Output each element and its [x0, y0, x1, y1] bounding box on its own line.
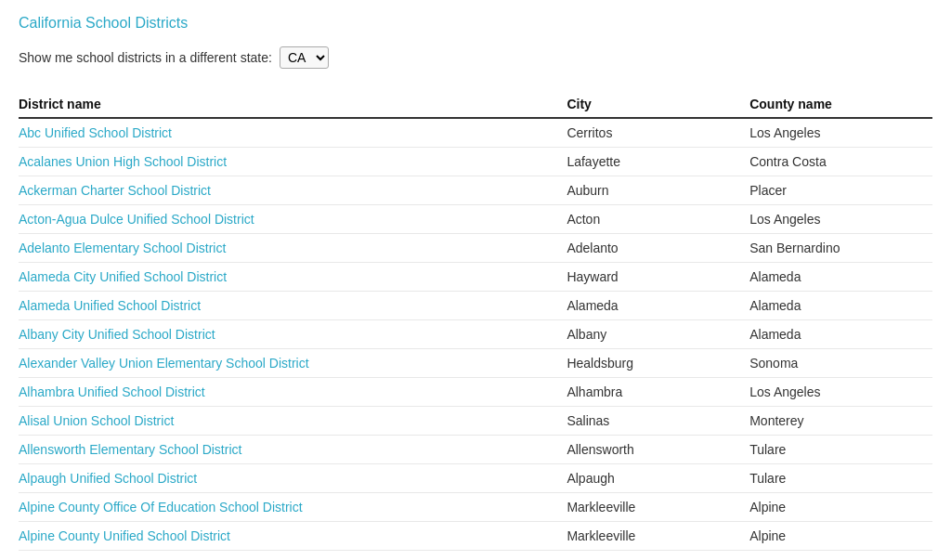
district-name-cell: Albany City Unified School District — [19, 320, 567, 349]
state-selector-label: Show me school districts in a different … — [19, 50, 272, 65]
district-name-cell: Alpaugh Unified School District — [19, 464, 567, 493]
city-cell: Acton — [567, 205, 749, 234]
city-cell: Adelanto — [567, 234, 749, 263]
district-link[interactable]: Alhambra Unified School District — [19, 384, 205, 399]
table-header-row: District name City County name — [19, 91, 932, 118]
districts-table: District name City County name Abc Unifi… — [19, 91, 932, 551]
county-cell: Placer — [749, 176, 932, 205]
district-link[interactable]: Alisal Union School District — [19, 413, 174, 428]
county-cell: Monterey — [749, 407, 932, 436]
district-name-cell: Adelanto Elementary School District — [19, 234, 567, 263]
county-cell: Alameda — [749, 320, 932, 349]
city-cell: Hayward — [567, 263, 749, 292]
city-cell: Alhambra — [567, 378, 749, 407]
county-cell: Los Angeles — [749, 205, 932, 234]
county-cell: San Bernardino — [749, 234, 932, 263]
table-row: Abc Unified School DistrictCerritosLos A… — [19, 118, 932, 148]
district-link[interactable]: Alpine County Office Of Education School… — [19, 500, 303, 514]
table-row: Alameda City Unified School DistrictHayw… — [19, 263, 932, 292]
district-name-cell: Alisal Union School District — [19, 407, 567, 436]
table-row: Acton-Agua Dulce Unified School District… — [19, 205, 932, 234]
district-link[interactable]: Alpine County Unified School District — [19, 528, 230, 543]
city-cell: Auburn — [567, 176, 749, 205]
table-row: Allensworth Elementary School DistrictAl… — [19, 436, 932, 464]
district-name-cell: Ackerman Charter School District — [19, 176, 567, 205]
county-cell: Tulare — [749, 464, 932, 493]
table-row: Adelanto Elementary School DistrictAdela… — [19, 234, 932, 263]
col-header-city: City — [567, 91, 749, 118]
table-row: Acalanes Union High School DistrictLafay… — [19, 148, 932, 176]
state-select[interactable]: ALAKAZARCACOCTDEFLGAHIIDILINIAKSKYLAMEMD… — [280, 46, 329, 69]
table-row: Alexander Valley Union Elementary School… — [19, 349, 932, 378]
page-title[interactable]: California School Districts — [19, 15, 932, 32]
table-row: Albany City Unified School DistrictAlban… — [19, 320, 932, 349]
district-name-cell: Abc Unified School District — [19, 118, 567, 148]
district-name-cell: Alameda Unified School District — [19, 292, 567, 320]
county-cell: Contra Costa — [749, 148, 932, 176]
district-name-cell: Alpine County Office Of Education School… — [19, 493, 567, 522]
county-cell: Alameda — [749, 292, 932, 320]
county-cell: Alpine — [749, 493, 932, 522]
district-link[interactable]: Adelanto Elementary School District — [19, 241, 226, 255]
city-cell: Salinas — [567, 407, 749, 436]
city-cell: Lafayette — [567, 148, 749, 176]
county-cell: Tulare — [749, 436, 932, 464]
table-row: Alameda Unified School DistrictAlamedaAl… — [19, 292, 932, 320]
district-link[interactable]: Alameda City Unified School District — [19, 269, 227, 284]
district-link[interactable]: Alameda Unified School District — [19, 298, 201, 313]
city-cell: Markleeville — [567, 493, 749, 522]
table-row: Alisal Union School DistrictSalinasMonte… — [19, 407, 932, 436]
district-name-cell: Alhambra Unified School District — [19, 378, 567, 407]
table-row: Alpine County Office Of Education School… — [19, 493, 932, 522]
district-name-cell: Alpine County Unified School District — [19, 522, 567, 551]
county-cell: Alpine — [749, 522, 932, 551]
district-link[interactable]: Alexander Valley Union Elementary School… — [19, 356, 309, 371]
district-link[interactable]: Acton-Agua Dulce Unified School District — [19, 212, 254, 227]
district-name-cell: Alexander Valley Union Elementary School… — [19, 349, 567, 378]
county-cell: Los Angeles — [749, 118, 932, 148]
col-header-county: County name — [749, 91, 932, 118]
county-cell: Sonoma — [749, 349, 932, 378]
district-name-cell: Alameda City Unified School District — [19, 263, 567, 292]
district-link[interactable]: Allensworth Elementary School District — [19, 442, 241, 457]
city-cell: Albany — [567, 320, 749, 349]
table-row: Alhambra Unified School DistrictAlhambra… — [19, 378, 932, 407]
city-cell: Allensworth — [567, 436, 749, 464]
district-link[interactable]: Alpaugh Unified School District — [19, 471, 197, 486]
table-row: Ackerman Charter School DistrictAuburnPl… — [19, 176, 932, 205]
city-cell: Cerritos — [567, 118, 749, 148]
city-cell: Alameda — [567, 292, 749, 320]
city-cell: Markleeville — [567, 522, 749, 551]
district-name-cell: Acalanes Union High School District — [19, 148, 567, 176]
district-link[interactable]: Abc Unified School District — [19, 125, 172, 140]
district-name-cell: Acton-Agua Dulce Unified School District — [19, 205, 567, 234]
district-name-cell: Allensworth Elementary School District — [19, 436, 567, 464]
city-cell: Healdsburg — [567, 349, 749, 378]
district-link[interactable]: Acalanes Union High School District — [19, 154, 227, 169]
county-cell: Los Angeles — [749, 378, 932, 407]
table-row: Alpaugh Unified School DistrictAlpaughTu… — [19, 464, 932, 493]
county-cell: Alameda — [749, 263, 932, 292]
district-link[interactable]: Ackerman Charter School District — [19, 183, 211, 198]
city-cell: Alpaugh — [567, 464, 749, 493]
col-header-district: District name — [19, 91, 567, 118]
district-link[interactable]: Albany City Unified School District — [19, 327, 215, 342]
table-row: Alpine County Unified School DistrictMar… — [19, 522, 932, 551]
